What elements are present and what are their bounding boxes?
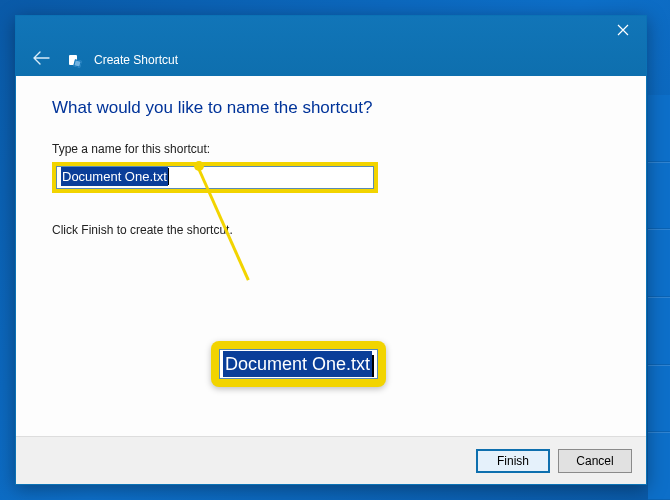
selected-text: Document One.txt: [61, 167, 168, 186]
footer: Finish Cancel: [16, 436, 646, 484]
shortcut-name-input[interactable]: Document One.txt: [56, 166, 374, 189]
back-button[interactable]: [28, 49, 54, 70]
field-label: Type a name for this shortcut:: [52, 142, 610, 156]
back-arrow-icon: [32, 51, 50, 65]
annotation-dot: [194, 161, 204, 171]
magnified-input: Document One.txt: [219, 349, 378, 379]
instruction-text: Click Finish to create the shortcut.: [52, 223, 610, 237]
magnified-caret: [372, 355, 374, 377]
text-caret: [168, 168, 169, 185]
content-area: What would you like to name the shortcut…: [16, 76, 646, 436]
titlebar: Create Shortcut: [16, 16, 646, 76]
shortcut-icon: [68, 54, 80, 66]
cancel-button[interactable]: Cancel: [558, 449, 632, 473]
finish-button[interactable]: Finish: [476, 449, 550, 473]
magnified-callout: Document One.txt: [211, 341, 386, 387]
window-title: Create Shortcut: [94, 53, 178, 67]
create-shortcut-wizard-window: Create Shortcut What would you like to n…: [15, 15, 647, 485]
desktop-background-ribbon: [648, 95, 670, 500]
close-button[interactable]: [600, 16, 646, 46]
page-heading: What would you like to name the shortcut…: [52, 98, 610, 118]
input-highlight-annotation: Document One.txt: [52, 162, 378, 193]
magnified-selected-text: Document One.txt: [223, 351, 372, 377]
close-icon: [617, 23, 629, 39]
